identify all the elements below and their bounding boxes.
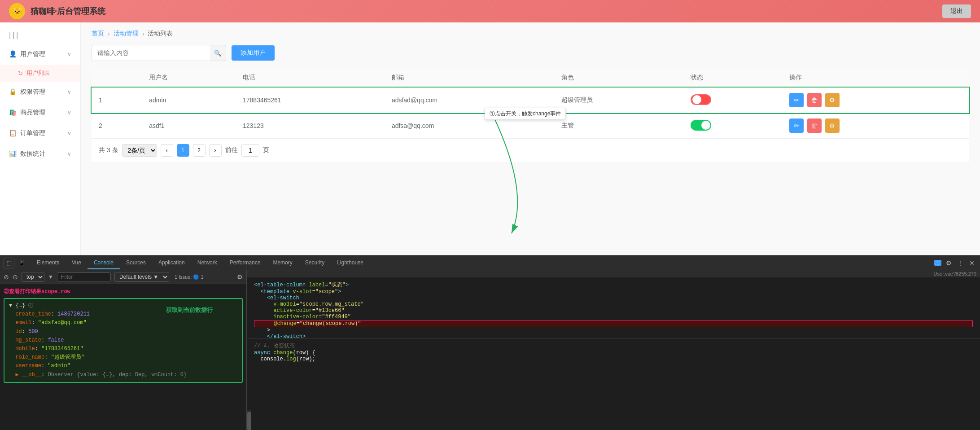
cell-phone: 17883465261 xyxy=(236,88,385,113)
code-file-ref: User.vue?8255:270 xyxy=(247,270,980,277)
cell-actions: ✏ 🗑 ⚙ xyxy=(782,88,969,113)
goto-prefix: 前往 xyxy=(225,146,238,154)
cell-role: 主管 xyxy=(554,113,683,139)
app-title: 猫咖啡·后台管理系统 xyxy=(31,6,105,17)
code-line-console: console.log(row); xyxy=(254,356,973,362)
cell-actions: ✏ 🗑 ⚙ xyxy=(782,113,969,139)
settings-button-1[interactable]: ⚙ xyxy=(825,93,840,107)
goto-page-input[interactable] xyxy=(241,144,259,157)
tab-elements[interactable]: Elements xyxy=(31,257,66,269)
next-page-button[interactable]: › xyxy=(209,144,222,157)
console-filter-input[interactable] xyxy=(57,272,111,281)
cell-index: 2 xyxy=(92,113,142,139)
tab-lighthouse[interactable]: Lighthouse xyxy=(331,257,370,269)
sidebar-item-permission-mgmt[interactable]: 🔒权限管理 ∨ xyxy=(0,82,80,102)
toggle-dot-2 xyxy=(701,121,710,130)
tab-console[interactable]: Console xyxy=(88,257,120,269)
code-line-func: async change(row) { xyxy=(254,350,973,356)
page-size-select[interactable]: 2条/页 5条/页 xyxy=(122,144,157,157)
code-line-comment: // 4. 改变状态 xyxy=(254,342,973,350)
sidebar-item-order-mgmt[interactable]: 📋订单管理 ∨ xyxy=(0,123,80,144)
table-header: 用户名 电话 邮箱 角色 状态 操作 xyxy=(92,68,969,88)
search-input[interactable] xyxy=(92,45,226,61)
level-select[interactable]: Default levels ▼ xyxy=(114,272,169,282)
tab-memory[interactable]: Memory xyxy=(267,257,298,269)
search-wrapper: 🔍 xyxy=(92,45,226,61)
console-panel: ⊘ ⊙ top ▼ Default levels ▼ 1 Issue: 🔵 1 … xyxy=(0,270,247,430)
code-block-function: // 4. 改变状态 async change(row) { console.l… xyxy=(247,338,980,410)
chevron-down-icon-2: ∨ xyxy=(67,89,71,95)
state-toggle-2[interactable] xyxy=(691,120,711,131)
breadcrumb-activity-mgmt[interactable]: 活动管理 xyxy=(114,30,139,38)
tab-application[interactable]: Application xyxy=(152,257,191,269)
logout-button[interactable]: 退出 xyxy=(942,4,971,18)
obj-field-role-name: role_name: "超级管理员" xyxy=(9,353,237,362)
total-count: 共 3 条 xyxy=(99,146,118,154)
col-email: 邮箱 xyxy=(385,68,554,88)
delete-button-1[interactable]: 🗑 xyxy=(807,93,822,107)
col-actions: 操作 xyxy=(782,68,969,88)
col-role: 角色 xyxy=(554,68,683,88)
main-content: 首页 › 活动管理 › 活动列表 🔍 添加用户 ①点击开关，触发change事件 xyxy=(81,22,980,255)
devtools-tabs: ⬚ 📱 Elements Vue Console Sources Applica… xyxy=(0,256,980,270)
tab-vue[interactable]: Vue xyxy=(66,257,88,269)
sidebar-item-data-stats[interactable]: 📊数据统计 ∨ xyxy=(0,144,80,164)
col-phone: 电话 xyxy=(236,68,385,88)
data-row-annotation: 获取到当前数据行 xyxy=(166,306,213,314)
obj-field-email: email: "adsfad@qq.com" xyxy=(9,319,237,327)
header: 🐱 猫咖啡·后台管理系统 退出 xyxy=(0,0,980,22)
obj-field-id: id: 500 xyxy=(9,328,237,336)
tab-security[interactable]: Security xyxy=(299,257,331,269)
product-icon: 🛍️ xyxy=(9,109,17,116)
cell-username: admin xyxy=(142,88,236,113)
toggle-annotation: ①点击开关，触发change事件 xyxy=(485,108,566,120)
devtools-panel: ⬚ 📱 Elements Vue Console Sources Applica… xyxy=(0,255,980,430)
delete-button-2[interactable]: 🗑 xyxy=(807,118,822,133)
add-user-button[interactable]: 添加用户 xyxy=(232,45,275,61)
chevron-down-icon-3: ∨ xyxy=(67,110,71,116)
edit-button-2[interactable]: ✏ xyxy=(789,118,804,133)
logo-icon: 🐱 xyxy=(9,3,25,19)
obj-field-mobile: mobile: "17883465261" xyxy=(9,345,237,353)
tab-sources[interactable]: Sources xyxy=(120,257,152,269)
breadcrumb-home[interactable]: 首页 xyxy=(92,30,104,38)
close-icon[interactable]: ✕ xyxy=(967,259,976,268)
lock-icon: 🔒 xyxy=(9,88,17,95)
user-table: 用户名 电话 邮箱 角色 状态 操作 1 admin 17883465261 a… xyxy=(92,68,969,139)
settings-icon[interactable]: ⚙ xyxy=(944,259,953,268)
edit-button-1[interactable]: ✏ xyxy=(789,93,804,107)
pagination: 共 3 条 2条/页 5条/页 ‹ 1 2 › 前往 页 xyxy=(92,139,969,162)
devtools-inspect-icon[interactable]: ⬚ xyxy=(4,258,14,268)
sidebar-item-user-mgmt[interactable]: 👤用户管理 ∨ xyxy=(0,44,80,65)
code-line: inactive-color="#ff4949" xyxy=(254,314,973,320)
obj-field-username: username: "admin" xyxy=(9,362,237,370)
state-toggle-1[interactable] xyxy=(691,94,711,105)
settings-button-2[interactable]: ⚙ xyxy=(825,118,840,133)
prev-page-button[interactable]: ‹ xyxy=(161,144,173,157)
goto-suffix: 页 xyxy=(263,146,269,154)
page-1-button[interactable]: 1 xyxy=(177,144,189,157)
obj-field-observer: ▶ __ob__: Observer {value: {…}, dep: Dep… xyxy=(9,371,237,379)
tab-network[interactable]: Network xyxy=(191,257,223,269)
context-select[interactable]: top xyxy=(22,272,44,282)
more-icon[interactable]: ⋮ xyxy=(956,259,965,268)
console-toolbar: ⊘ ⊙ top ▼ Default levels ▼ 1 Issue: 🔵 1 … xyxy=(0,270,246,284)
sidebar-toggle[interactable]: ||| xyxy=(0,27,80,44)
obj-field-mg-state: mg_state: false xyxy=(9,336,237,345)
console-settings-icon[interactable]: ⚙ xyxy=(237,273,243,281)
page-2-button[interactable]: 2 xyxy=(193,144,206,157)
search-button[interactable]: 🔍 xyxy=(210,45,226,61)
console-eye-icon[interactable]: ⊙ xyxy=(13,273,18,281)
tab-performance[interactable]: Performance xyxy=(223,257,267,269)
code-block-template: <el-table-column label="状态"> <template v… xyxy=(247,277,980,338)
sidebar-item-product-mgmt[interactable]: 🛍️商品管理 ∨ xyxy=(0,102,80,123)
order-icon: 📋 xyxy=(9,129,17,136)
cell-phone: 123123 xyxy=(236,113,385,139)
devtools-body: ⊘ ⊙ top ▼ Default levels ▼ 1 Issue: 🔵 1 … xyxy=(0,270,980,430)
sidebar-item-user-list[interactable]: ↻ 用户列表 xyxy=(0,65,80,82)
scrollbar-thumb xyxy=(247,412,251,430)
clear-console-icon[interactable]: ⊘ xyxy=(4,273,9,281)
code-scrollbar[interactable] xyxy=(247,410,251,430)
col-state: 状态 xyxy=(683,68,782,88)
devtools-mobile-icon[interactable]: 📱 xyxy=(16,258,27,268)
